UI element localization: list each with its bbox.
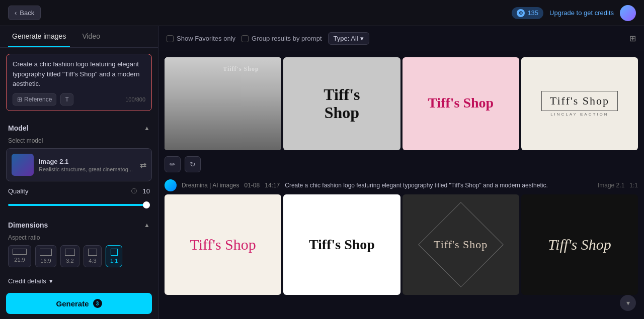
aspect-16-9[interactable]: 16:9	[35, 245, 56, 267]
show-favorites-label: Show Favorites only	[177, 35, 235, 42]
text-style-button[interactable]: T	[60, 93, 73, 105]
prompt-footer: ⊞ Reference T 100/800	[13, 93, 145, 105]
image-cell-store[interactable]: Tiff's Shop Tiiff's Shop	[165, 57, 281, 150]
svg-text:Tiff's Shop: Tiff's Shop	[214, 91, 232, 96]
gen-author: Dreamina | AI images 01-08 14:17	[182, 182, 280, 189]
aspect-21-9[interactable]: 21:9	[8, 245, 31, 267]
model-name: Image 2.1	[39, 158, 135, 165]
image-cell-pink-logo[interactable]: Tiff's Shop	[403, 57, 519, 150]
pink-logo-text: Tiff's Shop	[428, 95, 494, 111]
top-nav-right: ⊕ 135 Upgrade to get credits	[512, 5, 636, 21]
aspect-21-9-label: 21:9	[14, 257, 25, 263]
svg-rect-3	[191, 94, 255, 137]
aspect-1-1[interactable]: 1:1	[106, 245, 122, 267]
credit-details-label: Credit details	[8, 277, 46, 285]
outline-logo-text: Tiff's Shop	[541, 91, 618, 111]
generate-label: Generate	[56, 299, 89, 308]
model-section-header: Model ▲	[0, 117, 158, 136]
aspect-3-2[interactable]: 3:2	[60, 245, 79, 267]
credits-icon: ⊕	[517, 9, 525, 17]
model-card[interactable]: Image 2.1 Realistic structures, great ci…	[6, 148, 152, 181]
gen-avatar	[165, 179, 177, 191]
dimensions-section-header: Dimensions ▲	[0, 214, 158, 233]
image-grid-row-1: Tiff's Shop Tiiff's Shop Tiff'sShop Tiff…	[165, 57, 638, 150]
svg-rect-2	[181, 86, 266, 145]
chevron-left-icon: ‹	[15, 9, 17, 17]
image-cell-pink-script[interactable]: Tiff's Shop	[165, 194, 281, 295]
aspect-4-3-label: 4:3	[89, 258, 96, 264]
image-grid-row-2: Tiff's Shop Tiff's Shop Tiff's Shop Tiff…	[165, 194, 638, 295]
prompt-tools: ⊞ Reference T	[13, 93, 73, 105]
show-favorites-filter[interactable]: Show Favorites only	[167, 35, 235, 42]
model-description: Realistic structures, great cinematog...	[39, 166, 135, 172]
pink-script-text: Tiff's Shop	[190, 236, 256, 253]
left-panel: Generate images Video Create a chic fash…	[0, 26, 158, 319]
image-cell-outline-logo[interactable]: Tiff's Shop Linclay Eaction	[521, 57, 638, 150]
type-dropdown[interactable]: Type: All ▾	[328, 32, 369, 45]
svg-rect-7	[215, 116, 231, 140]
credit-details-row[interactable]: Credit details ▾	[0, 271, 158, 287]
top-navigation: ‹ Back ⊕ 135 Upgrade to get credits	[0, 0, 644, 26]
tab-generate[interactable]: Generate images	[8, 26, 70, 47]
gen-time-value: 14:17	[265, 182, 280, 189]
prompt-box[interactable]: Create a chic fashion logo featuring ele…	[6, 54, 152, 111]
gen-model: Image 2.1	[598, 182, 624, 189]
generation-info-row: Dreamina | AI images 01-08 14:17 Create …	[165, 176, 638, 194]
back-label: Back	[20, 9, 34, 17]
scroll-down-indicator[interactable]: ▾	[620, 295, 636, 311]
images-scroll[interactable]: Tiff's Shop Tiiff's Shop Tiff'sShop Tiff…	[158, 51, 644, 319]
panel-tabs: Generate images Video	[0, 26, 158, 48]
back-button[interactable]: ‹ Back	[8, 6, 41, 20]
image-cell-black-logo[interactable]: Tiff'sShop	[283, 57, 400, 150]
prompt-text: Create a chic fashion logo featuring ele…	[13, 59, 145, 89]
svg-rect-6	[210, 102, 236, 134]
shape-4-3-icon	[88, 249, 97, 256]
dimensions-toggle[interactable]: ▲	[144, 222, 150, 229]
aspect-4-3[interactable]: 4:3	[84, 245, 102, 267]
image-actions: ✏ ↻	[165, 152, 638, 176]
credits-count: 135	[527, 9, 538, 17]
generate-count: 3	[96, 301, 99, 306]
image-cell-white-bold[interactable]: Tiff's Shop	[283, 194, 400, 295]
right-toolbar: Show Favorites only Group results by pro…	[158, 26, 644, 51]
gen-date-value: 01-08	[245, 182, 260, 189]
dimensions-title: Dimensions	[8, 221, 48, 229]
quality-value: 10	[140, 187, 150, 195]
shape-3-2-icon	[65, 249, 75, 256]
quality-slider-container	[0, 199, 158, 214]
model-toggle[interactable]: ▲	[144, 125, 150, 132]
reference-button[interactable]: ⊞ Reference	[13, 93, 56, 105]
aspect-3-2-label: 3:2	[66, 258, 73, 264]
outline-logo-subtext: Linclay Eaction	[550, 112, 608, 117]
group-results-checkbox[interactable]	[242, 35, 249, 42]
quality-info-icon: ⓘ	[131, 187, 137, 195]
model-settings-icon[interactable]: ⇄	[140, 160, 146, 170]
group-results-filter[interactable]: Group results by prompt	[242, 35, 321, 42]
dimensions-section: Dimensions ▲ Aspect ratio 21:9 16:9 3:2	[0, 214, 158, 271]
generate-count-icon: 3	[93, 299, 102, 308]
model-info: Image 2.1 Realistic structures, great ci…	[39, 158, 135, 172]
upgrade-button[interactable]: Upgrade to get credits	[549, 9, 614, 17]
tab-video[interactable]: Video	[78, 26, 104, 47]
image-cell-black-italic[interactable]: Tiff's Shop	[521, 194, 638, 295]
reference-icon: ⊞	[17, 96, 22, 103]
black-logo-text: Tiff'sShop	[324, 86, 360, 121]
dark-geo-text: Tiff's Shop	[434, 238, 488, 251]
gen-ratio: 1:1	[629, 182, 638, 189]
quality-slider[interactable]	[8, 204, 150, 206]
white-bold-text: Tiff's Shop	[309, 237, 375, 253]
right-panel: Show Favorites only Group results by pro…	[158, 26, 644, 319]
refresh-action-button[interactable]: ↻	[185, 156, 201, 172]
edit-action-button[interactable]: ✏	[165, 156, 181, 172]
aspect-ratio-label: Aspect ratio	[0, 233, 158, 245]
model-section-title: Model	[8, 124, 28, 132]
gallery-view-icon[interactable]: ⊞	[629, 34, 636, 43]
generate-button[interactable]: Generate 3	[6, 293, 152, 314]
show-favorites-checkbox[interactable]	[167, 35, 174, 42]
avatar[interactable]	[620, 5, 636, 21]
select-model-label: Select model	[0, 136, 158, 148]
gen-author-name: Dreamina | AI images	[182, 182, 239, 189]
shape-1-1-icon	[111, 249, 118, 256]
image-cell-dark-geo[interactable]: Tiff's Shop	[403, 194, 519, 295]
shape-21-9-icon	[13, 249, 27, 255]
